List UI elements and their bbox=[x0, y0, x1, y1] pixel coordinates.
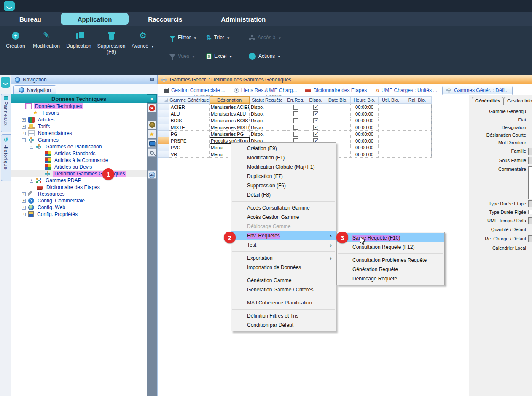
cell-err-req[interactable] bbox=[285, 117, 306, 124]
checkbox-unchecked[interactable] bbox=[293, 118, 298, 123]
table-row[interactable]: ALU Menuiseries ALU Dispo. 00:00:00 bbox=[158, 110, 431, 117]
checkbox-checked[interactable] bbox=[313, 125, 318, 130]
menu-item-importation-donnees[interactable]: Importation de Données bbox=[231, 263, 336, 272]
cell-statut[interactable]: Dispo. bbox=[250, 110, 285, 117]
tree-item-config-commerciale[interactable]: Config. Commerciale bbox=[11, 197, 147, 204]
submenu-item-deblocage-requete[interactable]: Déblocage Requête bbox=[337, 274, 444, 283]
cell-err-req[interactable] bbox=[285, 110, 306, 117]
cell-designation[interactable]: Menuiseries ALU bbox=[210, 110, 250, 117]
helm-button[interactable] bbox=[148, 121, 156, 129]
collapse-panel-button[interactable] bbox=[147, 94, 157, 103]
menu-tab-application[interactable]: Application bbox=[61, 13, 129, 25]
tree-item-dictionnaire-etapes[interactable]: Dictionnaire des Etapes bbox=[11, 184, 147, 191]
cell-heure-blo[interactable]: 00:00:00 bbox=[351, 144, 379, 151]
menu-item-suppression[interactable]: Suppression (F6) bbox=[231, 181, 336, 190]
cell-gamme[interactable]: PVC bbox=[169, 144, 210, 151]
cell-err-req[interactable] bbox=[285, 104, 306, 110]
row-selector-current[interactable] bbox=[158, 137, 169, 144]
menu-item-modification[interactable]: Modification (F1) bbox=[231, 153, 336, 162]
vues-button[interactable]: Vues bbox=[169, 51, 195, 62]
menu-item-condition-defaut[interactable]: Condition par Défaut bbox=[231, 321, 336, 330]
actions-button[interactable]: Actions bbox=[249, 51, 281, 62]
tree-item-tarifs[interactable]: Tarifs bbox=[11, 123, 147, 130]
z1-button[interactable] bbox=[148, 170, 156, 179]
cell-util-blo[interactable] bbox=[379, 117, 403, 124]
cell-util-blo[interactable] bbox=[379, 124, 403, 131]
cell-designation[interactable]: Menuiseries MIXTE bbox=[210, 124, 250, 131]
cell-rai-blo[interactable] bbox=[403, 144, 432, 151]
cell-rai-blo[interactable] bbox=[403, 137, 432, 144]
menu-item-creation[interactable]: Création (F9) bbox=[231, 144, 336, 153]
tree-item-definition-gammes-generiques[interactable]: Définition Gammes Génériques bbox=[11, 170, 147, 177]
cell-dispo[interactable] bbox=[306, 131, 325, 137]
column-header[interactable]: Statut Requête bbox=[250, 96, 285, 104]
column-header[interactable]: Util. Blo. bbox=[379, 96, 403, 104]
cell-gamme[interactable]: MIXTE bbox=[169, 124, 210, 131]
cell-heure-blo[interactable]: 00:00:00 bbox=[351, 117, 379, 124]
cell-util-blo[interactable] bbox=[379, 137, 403, 144]
column-header[interactable]: Err.Req. bbox=[285, 96, 306, 104]
cell-statut[interactable]: Dispo. bbox=[250, 124, 285, 131]
cell-gamme[interactable]: PRSPE bbox=[169, 137, 210, 144]
select-all-cell[interactable] bbox=[158, 96, 169, 104]
cell-heure-blo[interactable]: 00:00:00 bbox=[351, 151, 379, 158]
table-row[interactable]: MIXTE Menuiseries MIXTE Dispo. 00:00:00 bbox=[158, 124, 431, 131]
tree-item-articles[interactable]: Articles bbox=[11, 116, 147, 123]
tab-dictionnaire-etapes[interactable]: Dictionnaire des Etapes bbox=[302, 86, 370, 95]
expand-icon[interactable] bbox=[30, 179, 33, 183]
checkbox-unchecked[interactable] bbox=[293, 105, 298, 110]
cell-util-blo[interactable] bbox=[379, 144, 403, 151]
menu-tab-raccourcis[interactable]: Raccourcis bbox=[129, 12, 202, 26]
checkbox-checked[interactable] bbox=[313, 105, 318, 110]
checkbox-checked[interactable] bbox=[313, 132, 318, 137]
re-charge-field-edge[interactable] bbox=[528, 235, 532, 242]
cell-dispo[interactable] bbox=[306, 110, 325, 117]
row-selector[interactable] bbox=[158, 124, 169, 131]
dock-tab-historique[interactable]: Historique bbox=[1, 134, 11, 181]
commentaire-field-edge[interactable] bbox=[528, 166, 532, 199]
column-header[interactable]: Dispo. bbox=[306, 96, 325, 104]
duplication-button[interactable]: Duplication bbox=[64, 30, 94, 49]
cell-date-blo[interactable] bbox=[325, 131, 351, 137]
menu-item-acces-consultation-gamme[interactable]: Accès Consultation Gamme bbox=[231, 203, 336, 213]
famille-field-edge[interactable] bbox=[528, 148, 532, 155]
expand-icon[interactable] bbox=[22, 199, 26, 203]
cell-statut[interactable]: Dispo. bbox=[250, 104, 285, 110]
cell-heure-blo[interactable]: 00:00:00 bbox=[351, 110, 379, 117]
filtrer-button[interactable]: Filtrer bbox=[169, 32, 197, 43]
menu-item-maj-coherence[interactable]: MAJ Cohérence Planification bbox=[231, 298, 336, 307]
menu-item-acces-gestion-gamme[interactable]: Accès Gestion Gamme bbox=[231, 213, 336, 222]
cell-date-blo[interactable] bbox=[325, 104, 351, 110]
close-panel-button[interactable] bbox=[148, 104, 156, 112]
cell-gamme[interactable]: ACIER bbox=[169, 104, 210, 110]
cell-designation[interactable]: Menuiseries BOIS bbox=[210, 117, 250, 124]
cell-util-blo[interactable] bbox=[379, 131, 403, 137]
tree-item-articles-standards[interactable]: Articles Standards bbox=[11, 150, 147, 157]
type-duree-figee-checkbox-edge[interactable] bbox=[528, 210, 532, 214]
creation-button[interactable]: Création bbox=[4, 30, 27, 49]
checkbox-unchecked[interactable] bbox=[293, 125, 298, 130]
dock-tab-panneaux[interactable]: Panneaux bbox=[1, 94, 11, 132]
checkbox-unchecked[interactable] bbox=[293, 111, 298, 116]
cell-dispo[interactable] bbox=[306, 104, 325, 110]
navigation-tab[interactable]: Navigation bbox=[13, 85, 56, 94]
cell-heure-blo[interactable]: 00:00:00 bbox=[351, 124, 379, 131]
column-header-sorted[interactable]: Désignation bbox=[210, 96, 250, 104]
cell-rai-blo[interactable] bbox=[403, 117, 432, 124]
cell-designation[interactable]: Menuiseries ACIER bbox=[210, 104, 250, 110]
checkbox-unchecked[interactable] bbox=[293, 132, 298, 137]
menu-item-detail[interactable]: Détail (F8) bbox=[231, 190, 336, 199]
dock-logo-icon[interactable] bbox=[1, 77, 10, 88]
modification-button[interactable]: Modification bbox=[30, 30, 63, 49]
menu-item-definition-filtres-tris[interactable]: Définition Filtres et Tris bbox=[231, 311, 336, 321]
column-header[interactable]: Gamme Générique bbox=[169, 96, 210, 104]
pin-icon[interactable] bbox=[150, 77, 154, 82]
cell-designation[interactable]: Menuiseries PG bbox=[210, 131, 250, 137]
expand-icon[interactable] bbox=[22, 206, 26, 210]
cell-util-blo[interactable] bbox=[379, 151, 403, 158]
cell-date-blo[interactable] bbox=[325, 124, 351, 131]
favorites-button[interactable] bbox=[148, 130, 156, 138]
cell-heure-blo[interactable]: 00:00:00 bbox=[351, 137, 379, 144]
row-selector[interactable] bbox=[158, 144, 169, 151]
tree-item-favoris[interactable]: Favoris bbox=[11, 110, 147, 116]
